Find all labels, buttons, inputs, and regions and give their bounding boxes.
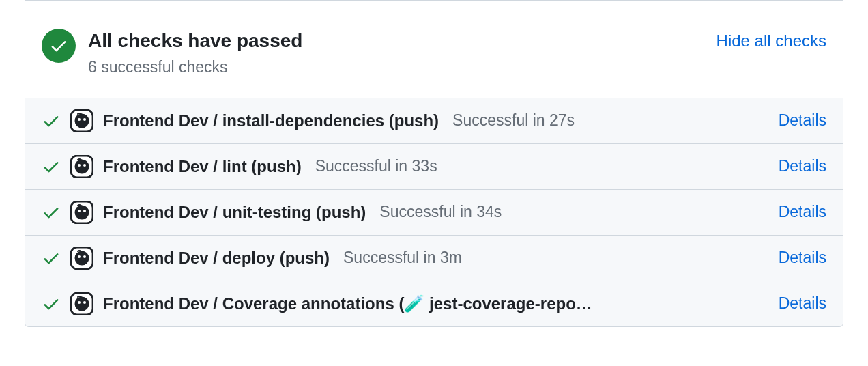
check-duration: Successful in 3m bbox=[343, 249, 462, 267]
details-link[interactable]: Details bbox=[779, 203, 826, 221]
svg-point-6 bbox=[78, 164, 81, 167]
details-link[interactable]: Details bbox=[779, 111, 826, 130]
check-duration: Successful in 33s bbox=[315, 157, 437, 175]
svg-point-1 bbox=[75, 113, 89, 128]
check-row: Frontend Dev / deploy (push) Successful … bbox=[25, 235, 843, 281]
svg-point-15 bbox=[83, 255, 86, 258]
header-text-block: All checks have passed 6 successful chec… bbox=[88, 29, 717, 79]
svg-point-3 bbox=[83, 118, 86, 121]
check-name: Frontend Dev / deploy (push) bbox=[103, 249, 330, 268]
svg-point-17 bbox=[75, 296, 89, 311]
check-info: Frontend Dev / Coverage annotations (🧪 j… bbox=[103, 294, 769, 313]
details-link[interactable]: Details bbox=[779, 294, 826, 313]
checks-list: Frontend Dev / install-dependencies (pus… bbox=[25, 98, 843, 326]
svg-point-14 bbox=[78, 255, 81, 258]
github-actions-icon bbox=[70, 155, 93, 178]
checks-subtitle: 6 successful checks bbox=[88, 56, 717, 78]
check-name: Frontend Dev / unit-testing (push) bbox=[103, 203, 366, 222]
check-success-icon bbox=[42, 294, 61, 313]
status-badge-success bbox=[42, 29, 76, 63]
check-info: Frontend Dev / install-dependencies (pus… bbox=[103, 111, 769, 130]
details-link[interactable]: Details bbox=[779, 249, 826, 267]
check-success-icon bbox=[42, 111, 61, 130]
check-info: Frontend Dev / unit-testing (push) Succe… bbox=[103, 203, 769, 222]
checks-panel: All checks have passed 6 successful chec… bbox=[25, 0, 843, 327]
svg-point-9 bbox=[75, 205, 89, 219]
github-actions-icon bbox=[70, 201, 93, 224]
svg-point-5 bbox=[75, 159, 89, 173]
check-icon bbox=[49, 36, 68, 55]
check-row: Frontend Dev / Coverage annotations (🧪 j… bbox=[25, 281, 843, 326]
github-actions-icon bbox=[70, 109, 93, 132]
check-name: Frontend Dev / Coverage annotations (🧪 j… bbox=[103, 294, 592, 313]
check-info: Frontend Dev / lint (push) Successful in… bbox=[103, 157, 769, 176]
checks-header: All checks have passed 6 successful chec… bbox=[25, 12, 843, 98]
github-actions-icon bbox=[70, 292, 93, 315]
svg-point-19 bbox=[83, 301, 86, 304]
check-row: Frontend Dev / unit-testing (push) Succe… bbox=[25, 189, 843, 235]
check-name: Frontend Dev / install-dependencies (pus… bbox=[103, 111, 439, 130]
details-link[interactable]: Details bbox=[779, 157, 826, 175]
svg-point-7 bbox=[83, 164, 86, 167]
hide-all-checks-link[interactable]: Hide all checks bbox=[717, 31, 826, 51]
svg-point-2 bbox=[78, 118, 81, 121]
svg-point-11 bbox=[83, 210, 86, 212]
check-success-icon bbox=[42, 157, 61, 176]
check-duration: Successful in 34s bbox=[379, 203, 502, 221]
github-actions-icon bbox=[70, 247, 93, 270]
check-success-icon bbox=[42, 203, 61, 222]
svg-point-18 bbox=[78, 301, 81, 304]
svg-point-10 bbox=[78, 210, 81, 212]
svg-point-13 bbox=[75, 251, 89, 265]
checks-title: All checks have passed bbox=[88, 29, 717, 53]
check-row: Frontend Dev / install-dependencies (pus… bbox=[25, 98, 843, 143]
check-info: Frontend Dev / deploy (push) Successful … bbox=[103, 249, 769, 268]
check-name: Frontend Dev / lint (push) bbox=[103, 157, 302, 176]
check-row: Frontend Dev / lint (push) Successful in… bbox=[25, 143, 843, 189]
check-duration: Successful in 27s bbox=[452, 111, 575, 130]
check-success-icon bbox=[42, 249, 61, 268]
